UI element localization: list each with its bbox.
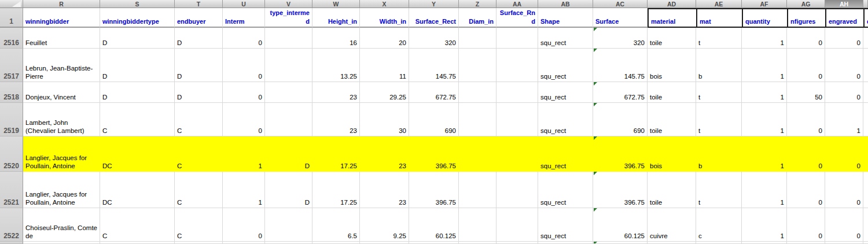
column-header-AB[interactable]: AB — [538, 0, 593, 8]
cell-AG2520[interactable]: 0 — [787, 136, 825, 172]
cell-AD2522[interactable]: cuivre — [648, 208, 696, 242]
cell-U2519[interactable]: 0 — [223, 103, 265, 136]
cell-Tpartial[interactable] — [175, 242, 223, 244]
cell-next2520[interactable] — [863, 136, 868, 172]
cell-AF1[interactable]: quantity — [742, 8, 787, 28]
cell-AD2520[interactable]: bois — [648, 136, 696, 172]
cell-next2516[interactable] — [863, 28, 868, 49]
cell-AB1[interactable]: Shape — [538, 8, 593, 28]
column-header-AC[interactable]: AC — [593, 0, 648, 8]
cell-AC2518[interactable]: 672.75 — [593, 82, 648, 103]
column-header-AD[interactable]: AD — [648, 0, 696, 8]
cell-V2520[interactable]: D — [265, 136, 312, 172]
cell-U1[interactable]: Interm — [223, 8, 265, 28]
cell-U2522[interactable]: 0 — [223, 208, 265, 242]
cell-Xpartial[interactable] — [360, 242, 409, 244]
cell-R2521[interactable]: Langlier, Jacques for Poullain, Antoine — [23, 172, 100, 208]
cell-V2521[interactable]: D — [265, 172, 312, 208]
cell-S2522[interactable]: C — [100, 208, 175, 242]
cell-AG2518[interactable]: 50 — [787, 82, 825, 103]
cell-X2517[interactable]: 11 — [360, 49, 409, 82]
column-header-AG[interactable]: AG — [787, 0, 825, 8]
column-header-AA[interactable]: AA — [496, 0, 538, 8]
cell-AF2518[interactable]: 1 — [742, 82, 787, 103]
cell-ADpartial[interactable] — [648, 242, 696, 244]
column-header-AH[interactable]: AH — [825, 0, 863, 8]
cell-AF2517[interactable]: 1 — [742, 49, 787, 82]
cell-AG1[interactable]: nfigures — [787, 8, 825, 28]
cell-AD2519[interactable]: toile — [648, 103, 696, 136]
cell-X2520[interactable]: 23 — [360, 136, 409, 172]
cell-T2519[interactable]: C — [175, 103, 223, 136]
cell-AB2521[interactable]: squ_rect — [538, 172, 593, 208]
cell-ACpartial[interactable] — [593, 242, 648, 244]
cell-W2522[interactable]: 6.5 — [312, 208, 360, 242]
cell-S2516[interactable]: D — [100, 28, 175, 49]
cell-AA2519[interactable] — [496, 103, 538, 136]
cell-X2519[interactable]: 30 — [360, 103, 409, 136]
cell-AA2522[interactable] — [496, 208, 538, 242]
column-header-Z[interactable]: Z — [459, 0, 496, 8]
cell-Y2522[interactable]: 60.125 — [409, 208, 459, 242]
cell-AG2519[interactable]: 0 — [787, 103, 825, 136]
cell-AF2521[interactable]: 1 — [742, 172, 787, 208]
cell-Z2516[interactable] — [459, 28, 496, 49]
cell-S2517[interactable]: D — [100, 49, 175, 82]
cell-W2520[interactable]: 17.25 — [312, 136, 360, 172]
cell-AD1[interactable]: material — [648, 8, 696, 28]
cell-U2516[interactable]: 0 — [223, 28, 265, 49]
column-header-W[interactable]: W — [312, 0, 360, 8]
cell-AFpartial[interactable] — [742, 242, 787, 244]
cell-U2520[interactable]: 1 — [223, 136, 265, 172]
cell-W2519[interactable]: 23 — [312, 103, 360, 136]
cell-AGpartial[interactable] — [787, 242, 825, 244]
cell-AG2521[interactable]: 0 — [787, 172, 825, 208]
row-header-2519[interactable]: 2519 — [0, 103, 23, 136]
cell-AE2521[interactable]: t — [696, 172, 742, 208]
cell-X2521[interactable]: 23 — [360, 172, 409, 208]
cell-AC2522[interactable]: 60.125 — [593, 208, 648, 242]
cell-AH1[interactable]: engraved — [825, 8, 863, 28]
cell-Wpartial[interactable] — [312, 242, 360, 244]
cell-X2518[interactable]: 29.25 — [360, 82, 409, 103]
cell-AE2516[interactable]: t — [696, 28, 742, 49]
cell-AC1[interactable]: Surface — [593, 8, 648, 28]
cell-V2522[interactable] — [265, 208, 312, 242]
cell-AB2517[interactable]: squ_rect — [538, 49, 593, 82]
cell-AF2519[interactable]: 1 — [742, 103, 787, 136]
cell-V2516[interactable] — [265, 28, 312, 49]
cell-T2518[interactable]: D — [175, 82, 223, 103]
cell-S2519[interactable]: C — [100, 103, 175, 136]
cell-AG2522[interactable]: 0 — [787, 208, 825, 242]
cell-U2518[interactable]: 0 — [223, 82, 265, 103]
cell-next2518[interactable] — [863, 82, 868, 103]
cell-Z2522[interactable] — [459, 208, 496, 242]
column-header-S[interactable]: S — [100, 0, 175, 8]
cell-W1[interactable]: Height_in — [312, 8, 360, 28]
column-header-R[interactable]: R — [23, 0, 100, 8]
row-header-1[interactable]: 1 — [0, 8, 23, 28]
cell-AA2521[interactable] — [496, 172, 538, 208]
row-header-2521[interactable]: 2521 — [0, 172, 23, 208]
row-header-2522[interactable]: 2522 — [0, 208, 23, 242]
cell-AA2517[interactable] — [496, 49, 538, 82]
cell-AC2516[interactable]: 320 — [593, 28, 648, 49]
cell-T2521[interactable]: C — [175, 172, 223, 208]
column-header-V[interactable]: V — [265, 0, 312, 8]
cell-AD2518[interactable]: toile — [648, 82, 696, 103]
cell-Y2518[interactable]: 672.75 — [409, 82, 459, 103]
cell-W2518[interactable]: 23 — [312, 82, 360, 103]
cell-AE2522[interactable]: c — [696, 208, 742, 242]
cell-AE2517[interactable]: b — [696, 49, 742, 82]
cell-AB2516[interactable]: squ_rect — [538, 28, 593, 49]
cell-AF2522[interactable]: 1 — [742, 208, 787, 242]
cell-nextpartial[interactable] — [863, 242, 868, 244]
cell-AB2520[interactable]: squ_rect — [538, 136, 593, 172]
cell-AB2522[interactable]: squ_rect — [538, 208, 593, 242]
cell-AC2521[interactable]: 396.75 — [593, 172, 648, 208]
row-header-2516[interactable]: 2516 — [0, 28, 23, 49]
cell-R1[interactable]: winningbidder — [23, 8, 100, 28]
cell-AE2518[interactable]: t — [696, 82, 742, 103]
cell-AB2519[interactable]: squ_rect — [538, 103, 593, 136]
cell-W2521[interactable]: 17.25 — [312, 172, 360, 208]
